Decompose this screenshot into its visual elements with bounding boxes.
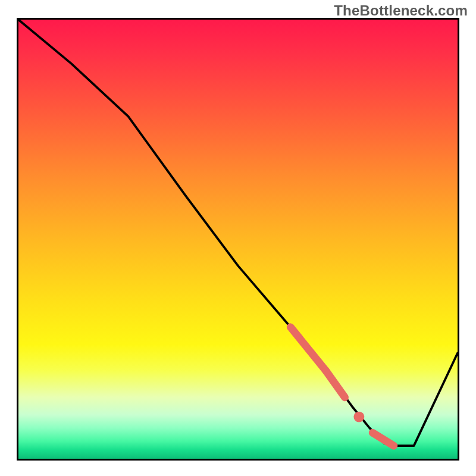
chart-container: TheBottleneck.com <box>0 0 476 476</box>
watermark-text: TheBottleneck.com <box>334 2 468 19</box>
chart-overlay-svg <box>18 20 458 459</box>
plot-area <box>17 18 459 461</box>
highlight-segment-1 <box>290 327 326 371</box>
highlight-marker-mid <box>353 412 364 422</box>
highlight-segment-bottom <box>372 433 394 446</box>
curve-main-line <box>18 20 458 446</box>
highlight-segment-1b <box>326 371 345 397</box>
